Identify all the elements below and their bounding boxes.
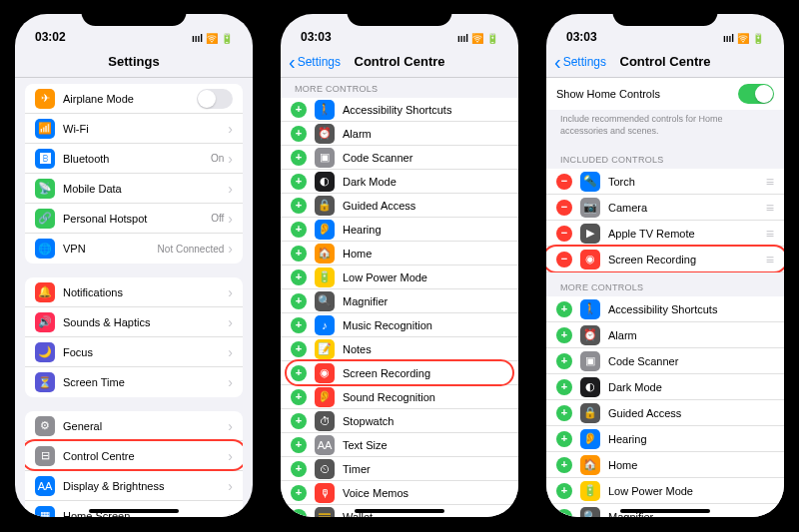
row-dark-mode[interactable]: +◐Dark Mode	[546, 374, 784, 400]
add-button[interactable]: +	[291, 341, 307, 357]
row-guided-access[interactable]: +🔒Guided Access	[546, 400, 784, 426]
row-screen-recording[interactable]: +◉Screen Recording	[281, 361, 518, 385]
add-button[interactable]: +	[556, 457, 572, 473]
group-more-controls: +🚶Accessibility Shortcuts+⏰Alarm+▣Code S…	[281, 98, 518, 517]
row-guided-access[interactable]: +🔒Guided Access	[281, 194, 518, 218]
add-button[interactable]: +	[291, 485, 307, 501]
remove-button[interactable]: −	[556, 174, 572, 190]
row-sound-recognition[interactable]: +👂Sound Recognition	[281, 385, 518, 409]
add-button[interactable]: +	[291, 389, 307, 405]
add-button[interactable]: +	[291, 174, 307, 190]
home-indicator[interactable]	[620, 509, 710, 513]
row-notifications[interactable]: 🔔Notifications›	[25, 277, 243, 307]
section-header-more: More Controls	[281, 78, 518, 98]
row-home[interactable]: +🏠Home	[546, 452, 784, 478]
group-network: ✈Airplane Mode📶Wi-Fi›🅱BluetoothOn›📡Mobil…	[25, 84, 243, 264]
row-airplane-mode[interactable]: ✈Airplane Mode	[25, 84, 243, 114]
row-mobile-data[interactable]: 📡Mobile Data›	[25, 174, 243, 204]
row-home[interactable]: +🏠Home	[281, 242, 518, 266]
row-notes[interactable]: +📝Notes	[281, 337, 518, 361]
add-button[interactable]: +	[556, 405, 572, 421]
drag-handle-icon[interactable]: ≡	[766, 174, 774, 190]
row-torch[interactable]: −🔦Torch≡	[546, 169, 784, 195]
signal-icon: ıııl	[192, 33, 203, 44]
remove-button[interactable]: −	[556, 252, 572, 267]
row-code-scanner[interactable]: +▣Code Scanner	[281, 146, 518, 170]
control-icon: 🏠	[315, 244, 335, 264]
row-display-brightness[interactable]: AADisplay & Brightness›	[25, 471, 243, 501]
row-low-power-mode[interactable]: +🔋Low Power Mode	[546, 478, 784, 504]
add-button[interactable]: +	[291, 293, 307, 309]
row-alarm[interactable]: +⏰Alarm	[281, 122, 518, 146]
add-button[interactable]: +	[556, 301, 572, 317]
add-button[interactable]: +	[556, 353, 572, 369]
add-button[interactable]: +	[291, 437, 307, 453]
add-button[interactable]: +	[291, 102, 307, 118]
row-alarm[interactable]: +⏰Alarm	[546, 322, 784, 348]
settings-list[interactable]: ✈Airplane Mode📶Wi-Fi›🅱BluetoothOn›📡Mobil…	[15, 78, 253, 517]
app-icon: 🔗	[35, 209, 55, 229]
row-general[interactable]: ⚙General›	[25, 411, 243, 441]
row-stopwatch[interactable]: +⏱Stopwatch	[281, 409, 518, 433]
remove-button[interactable]: −	[556, 226, 572, 242]
row-camera[interactable]: −📷Camera≡	[546, 195, 784, 221]
time: 03:03	[566, 30, 597, 44]
row-dark-mode[interactable]: +◐Dark Mode	[281, 170, 518, 194]
add-button[interactable]: +	[556, 509, 572, 517]
label: Voice Memos	[343, 487, 508, 499]
add-button[interactable]: +	[556, 483, 572, 499]
row-hearing[interactable]: +👂Hearing	[546, 426, 784, 452]
back-button[interactable]: Settings	[554, 55, 606, 69]
add-button[interactable]: +	[291, 222, 307, 238]
row-show-home-controls[interactable]: Show Home Controls	[546, 78, 784, 110]
chevron-right-icon: ›	[228, 374, 233, 390]
row-personal-hotspot[interactable]: 🔗Personal HotspotOff›	[25, 204, 243, 234]
back-button[interactable]: Settings	[289, 55, 341, 69]
more-controls-list[interactable]: More Controls +🚶Accessibility Shortcuts+…	[281, 78, 518, 517]
row-wi-fi[interactable]: 📶Wi-Fi›	[25, 114, 243, 144]
row-hearing[interactable]: +👂Hearing	[281, 218, 518, 242]
add-button[interactable]: +	[556, 327, 572, 343]
add-button[interactable]: +	[291, 198, 307, 214]
row-accessibility-shortcuts[interactable]: +🚶Accessibility Shortcuts	[281, 98, 518, 122]
row-code-scanner[interactable]: +▣Code Scanner	[546, 348, 784, 374]
add-button[interactable]: +	[291, 461, 307, 477]
add-button[interactable]: +	[556, 431, 572, 447]
drag-handle-icon[interactable]: ≡	[766, 226, 774, 242]
row-bluetooth[interactable]: 🅱BluetoothOn›	[25, 144, 243, 174]
add-button[interactable]: +	[291, 413, 307, 429]
row-low-power-mode[interactable]: +🔋Low Power Mode	[281, 266, 518, 289]
row-music-recognition[interactable]: +♪Music Recognition	[281, 313, 518, 337]
row-magnifier[interactable]: +🔍Magnifier	[281, 289, 518, 313]
control-icon: ◉	[580, 250, 600, 269]
add-button[interactable]: +	[291, 246, 307, 262]
add-button[interactable]: +	[291, 269, 307, 285]
drag-handle-icon[interactable]: ≡	[766, 252, 774, 267]
remove-button[interactable]: −	[556, 200, 572, 216]
row-accessibility-shortcuts[interactable]: +🚶Accessibility Shortcuts	[546, 296, 784, 322]
row-focus[interactable]: 🌙Focus›	[25, 337, 243, 367]
row-sounds-haptics[interactable]: 🔊Sounds & Haptics›	[25, 307, 243, 337]
add-button[interactable]: +	[291, 365, 307, 381]
home-indicator[interactable]	[89, 509, 179, 513]
drag-handle-icon[interactable]: ≡	[766, 200, 774, 216]
add-button[interactable]: +	[291, 509, 307, 517]
row-vpn[interactable]: 🌐VPNNot Connected›	[25, 234, 243, 264]
row-text-size[interactable]: +AAText Size	[281, 433, 518, 457]
row-screen-time[interactable]: ⏳Screen Time›	[25, 367, 243, 397]
toggle-show-home[interactable]	[738, 84, 774, 104]
add-button[interactable]: +	[291, 317, 307, 333]
home-indicator[interactable]	[355, 509, 444, 513]
add-button[interactable]: +	[291, 126, 307, 142]
control-centre-list[interactable]: Show Home Controls Include recommended c…	[546, 78, 784, 517]
chevron-right-icon: ›	[228, 121, 233, 137]
row-timer[interactable]: +⏲Timer	[281, 457, 518, 481]
row-apple-tv-remote[interactable]: −▶Apple TV Remote≡	[546, 221, 784, 247]
row-voice-memos[interactable]: +🎙Voice Memos	[281, 481, 518, 505]
phone-1: 03:02 ıııl 🛜 🔋 Settings ✈Airplane Mode📶W…	[5, 4, 263, 527]
add-button[interactable]: +	[291, 150, 307, 166]
add-button[interactable]: +	[556, 379, 572, 395]
row-screen-recording[interactable]: −◉Screen Recording≡	[546, 247, 784, 272]
toggle[interactable]	[197, 89, 233, 109]
row-control-centre[interactable]: ⊟Control Centre›	[25, 441, 243, 471]
